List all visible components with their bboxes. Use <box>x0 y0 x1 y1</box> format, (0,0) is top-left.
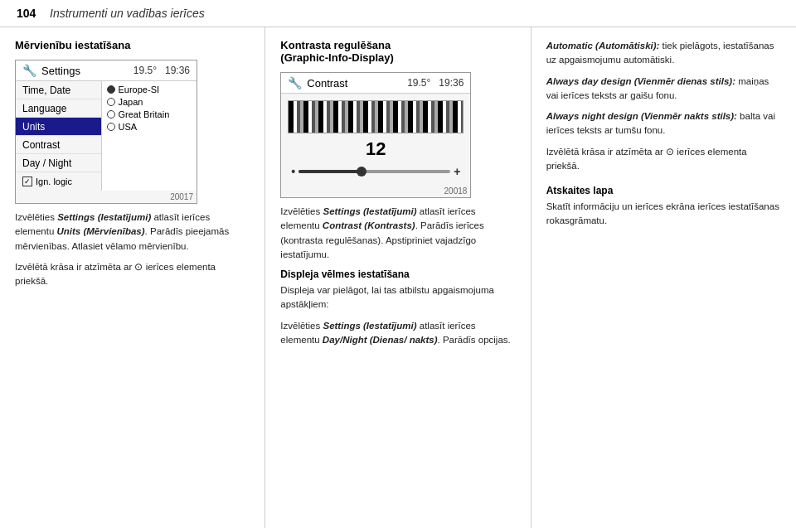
col2-text2: Displeja var pielāgot, lai tas atbilstu … <box>280 283 515 312</box>
checkbox-icon: ✓ <box>22 177 32 186</box>
page-number: 104 <box>17 7 50 20</box>
contrast-title: Contrast <box>307 77 347 89</box>
image-number-2: 20018 <box>281 185 470 197</box>
col3-text2: Izvēlētā krāsa ir atzīmēta ar ⊙ ierīces … <box>546 145 781 174</box>
menu-time: 19:36 <box>165 65 190 76</box>
menu-row-time-date-label: Time, Date <box>22 85 95 96</box>
col1-text2: Izvēlētā krāsa ir atzīmēta ar ⊙ ierīces … <box>15 260 250 289</box>
col3-text-night: Always night design (Vienmēr nakts stils… <box>546 109 781 138</box>
settings-menu-box: 🔧 Settings 19.5° 19:36 Time, Date Langua… <box>15 60 197 204</box>
menu-temp: 19.5° <box>133 65 157 76</box>
contrast-header: 🔧 Contrast 19.5° 19:36 <box>281 73 470 94</box>
ign-logic-label: Ign. logic <box>36 177 72 186</box>
contrast-header-left: 🔧 Contrast <box>288 76 347 89</box>
menu-row-ign-logic[interactable]: ✓ Ign. logic <box>16 172 101 191</box>
ign-logic-checkbox: ✓ Ign. logic <box>22 177 72 186</box>
menu-rows-left: Time, Date Language Units Contrast Day /… <box>16 81 101 191</box>
radio-great-britain[interactable]: Great Britain <box>107 109 192 119</box>
column-1: Mērvienību iestatīšana 🔧 Settings 19.5° … <box>0 27 265 528</box>
menu-row-time-date[interactable]: Time, Date <box>16 81 101 99</box>
slider-plus-icon: + <box>454 165 460 178</box>
menu-row-day-night-label: Day / Night <box>22 157 95 169</box>
col2-text1: Izvēlēties Settings (Iestatījumi) atlasī… <box>280 205 515 262</box>
settings-icon: 🔧 <box>22 64 36 77</box>
col3-text-day: Always day design (Vienmēr dienas stils)… <box>546 75 781 104</box>
menu-row-units-label: Units <box>22 121 95 133</box>
slider-track[interactable] <box>298 170 450 173</box>
col2-text3: Izvēlēties Settings (Iestatījumi) atlasī… <box>280 319 515 348</box>
menu-row-contrast[interactable]: Contrast <box>16 136 101 154</box>
radio-europe-si[interactable]: Europe-SI <box>107 85 192 94</box>
radio-label-great-britain: Great Britain <box>119 109 170 119</box>
section-heading-2: Kontrasta regulēšana(Graphic-Info-Displa… <box>280 39 515 64</box>
menu-row-language[interactable]: Language <box>16 99 101 118</box>
menu-title: Settings <box>41 65 80 77</box>
menu-row-units[interactable]: Units <box>16 118 101 136</box>
menu-row-language-label: Language <box>22 103 95 114</box>
slider-minus-icon: • <box>291 165 295 178</box>
contrast-value: 12 <box>288 138 464 160</box>
slider-fill <box>298 170 359 173</box>
page-header: 104 Instrumenti un vadības ierīces <box>0 0 796 27</box>
menu-header-right: 19.5° 19:36 <box>133 65 190 76</box>
col2-subheading1: Displeja vēlmes iestatīšana <box>280 268 515 280</box>
radio-options-panel: Europe-SI Japan Great Britain USA <box>101 81 197 191</box>
menu-header: 🔧 Settings 19.5° 19:36 <box>16 60 197 81</box>
col3-subheading3: Atskaites lapa <box>546 185 781 196</box>
contrast-pattern <box>288 100 464 133</box>
radio-label-usa: USA <box>119 122 138 132</box>
column-3: Automatic (Automātiski): tiek pielāgots,… <box>531 27 796 528</box>
contrast-menu-box: 🔧 Contrast 19.5° 19:36 12 • <box>280 72 471 198</box>
section-heading-1: Mērvienību iestatīšana <box>15 39 250 51</box>
contrast-header-right: 19.5° 19:36 <box>407 77 464 89</box>
radio-label-japan: Japan <box>119 97 143 107</box>
menu-header-left: 🔧 Settings <box>22 64 80 77</box>
contrast-display: 12 • + <box>281 94 470 185</box>
contrast-slider[interactable]: • + <box>288 165 464 178</box>
col3-text3: Skatīt informāciju un ierīces ekrāna ier… <box>546 200 781 229</box>
radio-label-europe-si: Europe-SI <box>119 85 160 94</box>
page-title: Instrumenti un vadības ierīces <box>50 7 205 20</box>
radio-dot-usa <box>107 123 115 131</box>
column-2: Kontrasta regulēšana(Graphic-Info-Displa… <box>265 27 531 528</box>
menu-row-day-night[interactable]: Day / Night <box>16 154 101 172</box>
content-area: Mērvienību iestatīšana 🔧 Settings 19.5° … <box>0 27 796 528</box>
radio-dot-great-britain <box>107 110 115 118</box>
radio-usa[interactable]: USA <box>107 122 192 132</box>
col1-text1: Izvēlēties Settings (Iestatījumi) atlasī… <box>15 210 250 254</box>
radio-dot-europe-si <box>107 85 115 94</box>
contrast-temp: 19.5° <box>407 77 430 89</box>
contrast-time: 19:36 <box>439 77 464 89</box>
menu-body: Time, Date Language Units Contrast Day /… <box>16 81 197 191</box>
col3-text1: Automatic (Automātiski): tiek pielāgots,… <box>546 39 781 68</box>
menu-row-contrast-label: Contrast <box>22 139 95 151</box>
image-number-1: 20017 <box>16 191 197 203</box>
slider-thumb[interactable] <box>357 167 366 177</box>
contrast-settings-icon: 🔧 <box>288 76 302 89</box>
radio-japan[interactable]: Japan <box>107 97 192 107</box>
radio-dot-japan <box>107 98 115 106</box>
